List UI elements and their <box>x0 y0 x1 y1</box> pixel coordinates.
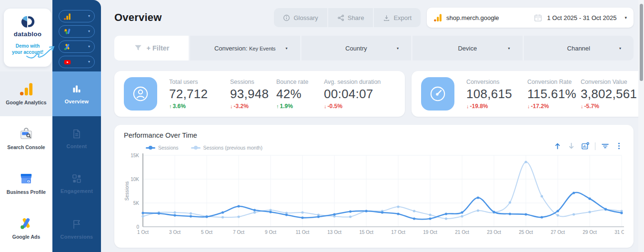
users-kpi-card: Total users 72,712 ↑3.6% Sessions 93,948… <box>114 71 405 117</box>
nav-label: Engagement <box>60 188 93 194</box>
svg-text:G: G <box>27 179 30 183</box>
delta-badge: ↓-0.5% <box>324 103 405 110</box>
svg-text:19 Oct: 19 Oct <box>423 230 437 235</box>
arrow-down-icon[interactable] <box>567 142 575 150</box>
filter-device-dropdown[interactable]: Device ▾ <box>413 36 523 60</box>
delta-badge: ↓-17.2% <box>527 103 581 110</box>
svg-text:5K: 5K <box>133 201 140 206</box>
chevron-down-icon[interactable]: ▾ <box>624 15 627 20</box>
info-icon <box>283 14 290 21</box>
nav-item-conversions[interactable]: Conversions <box>52 206 101 252</box>
legend-marker <box>146 147 155 149</box>
filter-lines-icon[interactable] <box>601 142 609 150</box>
google-analytics-icon <box>19 82 33 96</box>
header-actions: Glossary Share Export <box>274 8 421 27</box>
connector-search-console[interactable]: ▾ <box>59 25 95 38</box>
svg-text:5 Oct: 5 Oct <box>201 230 212 235</box>
more-options-icon[interactable] <box>615 142 623 150</box>
chart-settings-icon[interactable] <box>581 142 589 150</box>
nav-label: Content <box>67 143 87 149</box>
nav-item-overview[interactable]: Overview <box>52 71 101 116</box>
connector-buttons: ▾ ▾ ▾ <box>52 10 101 68</box>
page-scrollbar-track[interactable] <box>638 0 644 252</box>
product-business-profile[interactable]: G Business Profile <box>0 161 52 206</box>
chevron-down-icon: ▾ <box>508 46 510 50</box>
svg-text:21 Oct: 21 Oct <box>455 230 469 235</box>
chevron-down-icon: ▾ <box>88 45 90 49</box>
metric-avg-session-duration: Avg. session duration 00:04:07 ↓-0.5% <box>324 79 405 110</box>
funnel-icon <box>134 44 142 52</box>
kpi-row: Total users 72,712 ↑3.6% Sessions 93,948… <box>114 71 634 117</box>
metric-conversions: Conversions 108,615 ↓-19.8% <box>466 79 527 110</box>
product-google-analytics[interactable]: Google Analytics <box>0 71 52 116</box>
svg-text:7 Oct: 7 Oct <box>233 230 244 235</box>
nav-item-content[interactable]: Content <box>52 116 101 161</box>
chevron-down-icon: ▾ <box>619 46 621 50</box>
connector-youtube[interactable]: ▾ <box>59 56 95 68</box>
connector-google-ads[interactable]: ▾ <box>59 40 95 53</box>
flag-icon <box>71 219 82 230</box>
export-button[interactable]: Export <box>373 8 421 27</box>
legend-sessions[interactable]: Sessions <box>146 145 179 151</box>
legend-marker <box>191 147 201 149</box>
share-button[interactable]: Share <box>327 8 373 27</box>
calendar-icon <box>533 13 543 22</box>
svg-text:11 Oct: 11 Oct <box>296 230 310 235</box>
svg-text:23 Oct: 23 Oct <box>487 230 501 235</box>
filter-country-dropdown[interactable]: Country ▾ <box>302 36 412 60</box>
search-console-icon <box>19 127 33 141</box>
legend-sessions-previous[interactable]: Sessions (previous month) <box>191 145 262 151</box>
demo-arrow-doodle <box>26 44 59 61</box>
filter-channel-dropdown[interactable]: Channel ▾ <box>524 36 634 60</box>
chevron-down-icon: ▾ <box>285 46 287 50</box>
nav-item-engagement[interactable]: Engagement <box>52 161 101 206</box>
product-label: Business Profile <box>7 189 46 195</box>
page-title: Overview <box>114 11 161 24</box>
google-analytics-icon <box>63 12 71 20</box>
svg-text:3 Oct: 3 Oct <box>169 230 181 235</box>
product-google-ads[interactable]: Google Ads <box>0 206 52 251</box>
property-date-card: shop.merch.google 1 Oct 2025 - 31 Oct 20… <box>427 8 634 28</box>
arrow-up-icon[interactable] <box>553 142 562 150</box>
chart-toolbar <box>553 142 623 150</box>
add-filter-button[interactable]: + Filter <box>114 36 189 60</box>
svg-text:15 Oct: 15 Oct <box>359 230 373 235</box>
chevron-down-icon: ▾ <box>88 30 90 33</box>
page-scrollbar-thumb[interactable] <box>640 4 643 81</box>
svg-text:15K: 15K <box>131 153 139 158</box>
user-circle-icon <box>124 77 157 111</box>
product-search-console[interactable]: Search Console <box>0 116 52 161</box>
toolbar-divider <box>595 142 595 150</box>
nav-label: Overview <box>65 99 89 104</box>
chevron-down-icon: ▾ <box>397 46 399 50</box>
property-selector[interactable]: shop.merch.google <box>446 14 499 21</box>
performance-line-chart[interactable]: 05K10K15K1 Oct3 Oct5 Oct7 Oct9 Oct11 Oct… <box>124 151 624 239</box>
delta-badge: ↓-5.7% <box>581 103 644 110</box>
chevron-down-icon: ▾ <box>88 60 90 64</box>
youtube-icon <box>63 58 71 66</box>
brand-wordmark: databloo <box>4 30 51 38</box>
connector-google-analytics[interactable]: ▾ <box>59 10 95 22</box>
google-ads-icon <box>19 216 33 231</box>
report-nav-sidebar: ▾ ▾ ▾ <box>52 0 101 252</box>
header: Overview Glossary Share Export shop.merc… <box>114 7 634 29</box>
glossary-button[interactable]: Glossary <box>274 8 327 27</box>
delta-badge: ↑1.9% <box>276 103 324 110</box>
databloo-logo-icon <box>4 15 51 29</box>
product-label: Search Console <box>7 144 45 151</box>
delta-badge: ↓-19.8% <box>466 103 527 110</box>
metric-conversion-value: Conversion Value 3,802,561 ↓-5.7% <box>581 79 644 110</box>
date-range-selector[interactable]: 1 Oct 2025 - 31 Oct 2025 <box>547 14 616 21</box>
svg-text:1 Oct: 1 Oct <box>137 230 149 235</box>
bar-chart-icon <box>71 83 82 95</box>
svg-text:0: 0 <box>136 224 139 230</box>
product-label: Google Analytics <box>6 100 46 106</box>
product-label: Google Ads <box>12 234 40 240</box>
filter-conversion-dropdown[interactable]: Conversion: Key Events ▾ <box>190 36 300 60</box>
filter-bar: + Filter Conversion: Key Events ▾ Countr… <box>114 36 634 60</box>
delta-badge: ↑3.6% <box>169 103 230 110</box>
share-icon <box>337 14 344 21</box>
svg-text:29 Oct: 29 Oct <box>583 230 597 235</box>
nav-label: Conversions <box>60 234 93 240</box>
metric-conversion-rate: Conversion Rate 115.61% ↓-17.2% <box>527 79 581 110</box>
